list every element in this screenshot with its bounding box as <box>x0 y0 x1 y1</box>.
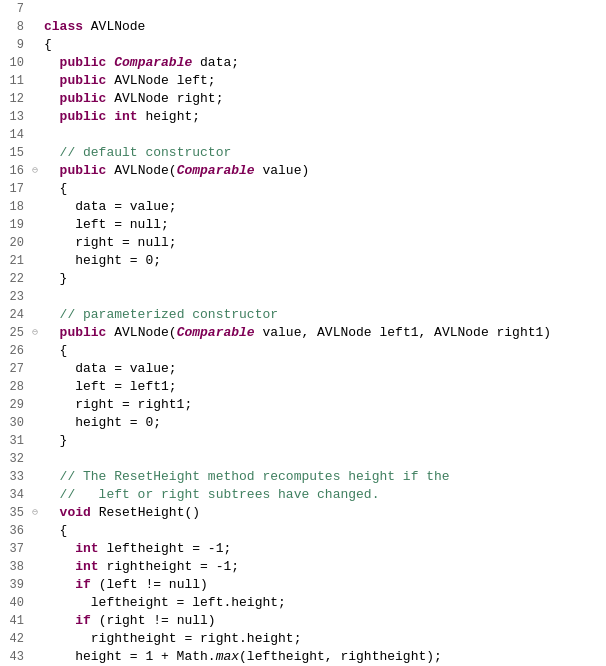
line-content: class AVLNode <box>42 18 606 36</box>
line-content: int leftheight = -1; <box>42 540 606 558</box>
line-content: // left or right subtrees have changed. <box>42 486 606 504</box>
line-number: 9 <box>0 36 28 54</box>
code-line: 13 public int height; <box>0 108 606 126</box>
line-content <box>42 288 606 306</box>
line-content: public AVLNode(Comparable value) <box>42 162 606 180</box>
line-number: 38 <box>0 558 28 576</box>
code-line: 40 leftheight = left.height; <box>0 594 606 612</box>
line-number: 19 <box>0 216 28 234</box>
line-number: 18 <box>0 198 28 216</box>
code-line: 11 public AVLNode left; <box>0 72 606 90</box>
line-content: left = left1; <box>42 378 606 396</box>
line-number: 34 <box>0 486 28 504</box>
code-line: 34 // left or right subtrees have change… <box>0 486 606 504</box>
code-token: Comparable <box>114 55 192 70</box>
line-content: height = 0; <box>42 252 606 270</box>
line-number: 8 <box>0 18 28 36</box>
line-number: 33 <box>0 468 28 486</box>
code-line: 22 } <box>0 270 606 288</box>
line-content: { <box>42 342 606 360</box>
code-line: 14 <box>0 126 606 144</box>
code-token: public <box>60 91 107 106</box>
code-token: Comparable <box>177 163 255 178</box>
code-token: public <box>60 55 107 70</box>
line-number: 21 <box>0 252 28 270</box>
code-token: // parameterized constructor <box>60 307 278 322</box>
code-line: 28 left = left1; <box>0 378 606 396</box>
code-line: 10 public Comparable data; <box>0 54 606 72</box>
line-number: 24 <box>0 306 28 324</box>
line-content: } <box>42 270 606 288</box>
code-token: int <box>75 541 98 556</box>
code-line: 21 height = 0; <box>0 252 606 270</box>
line-number: 20 <box>0 234 28 252</box>
line-content: public Comparable data; <box>42 54 606 72</box>
line-number: 39 <box>0 576 28 594</box>
line-content: if (right != null) <box>42 612 606 630</box>
line-number: 41 <box>0 612 28 630</box>
code-line: 27 data = value; <box>0 360 606 378</box>
code-line: 33 // The ResetHeight method recomputes … <box>0 468 606 486</box>
code-token: public <box>60 109 107 124</box>
line-content <box>42 450 606 468</box>
line-number: 30 <box>0 414 28 432</box>
code-token: public <box>60 73 107 88</box>
line-content: if (left != null) <box>42 576 606 594</box>
code-line: 18 data = value; <box>0 198 606 216</box>
line-number: 27 <box>0 360 28 378</box>
line-content: void ResetHeight() <box>42 504 606 522</box>
code-line: 39 if (left != null) <box>0 576 606 594</box>
code-line: 41 if (right != null) <box>0 612 606 630</box>
code-line: 42 rightheight = right.height; <box>0 630 606 648</box>
line-content: int rightheight = -1; <box>42 558 606 576</box>
fold-icon[interactable]: ⊖ <box>28 162 42 180</box>
line-content: { <box>42 36 606 54</box>
line-number: 25 <box>0 324 28 342</box>
line-content: public int height; <box>42 108 606 126</box>
line-number: 28 <box>0 378 28 396</box>
line-number: 35 <box>0 504 28 522</box>
code-line: 17 { <box>0 180 606 198</box>
code-token: int <box>75 559 98 574</box>
code-token: // default constructor <box>60 145 232 160</box>
code-line: 31 } <box>0 432 606 450</box>
line-number: 12 <box>0 90 28 108</box>
code-line: 43 height = 1 + Math.max(leftheight, rig… <box>0 648 606 666</box>
code-line: 24 // parameterized constructor <box>0 306 606 324</box>
code-token: Comparable <box>177 325 255 340</box>
code-token: AVLNode <box>91 19 146 34</box>
line-number: 26 <box>0 342 28 360</box>
line-content: rightheight = right.height; <box>42 630 606 648</box>
line-content: right = right1; <box>42 396 606 414</box>
line-content: public AVLNode(Comparable value, AVLNode… <box>42 324 606 342</box>
line-content: public AVLNode left; <box>42 72 606 90</box>
code-line: 8class AVLNode <box>0 18 606 36</box>
line-content <box>42 0 606 18</box>
line-content: // default constructor <box>42 144 606 162</box>
line-number: 40 <box>0 594 28 612</box>
line-number: 43 <box>0 648 28 666</box>
fold-icon[interactable]: ⊖ <box>28 324 42 342</box>
code-line: 30 height = 0; <box>0 414 606 432</box>
code-line: 29 right = right1; <box>0 396 606 414</box>
fold-icon[interactable]: ⊖ <box>28 504 42 522</box>
code-line: 16⊖ public AVLNode(Comparable value) <box>0 162 606 180</box>
code-token: if <box>75 613 91 628</box>
code-line: 37 int leftheight = -1; <box>0 540 606 558</box>
line-content: { <box>42 180 606 198</box>
line-number: 7 <box>0 0 28 18</box>
line-number: 42 <box>0 630 28 648</box>
code-line: 15 // default constructor <box>0 144 606 162</box>
code-line: 35⊖ void ResetHeight() <box>0 504 606 522</box>
line-number: 23 <box>0 288 28 306</box>
code-token: int <box>114 109 137 124</box>
code-line: 9{ <box>0 36 606 54</box>
line-content: { <box>42 522 606 540</box>
code-editor: 7 8class AVLNode9{10 public Comparable d… <box>0 0 606 666</box>
code-token: class <box>44 19 91 34</box>
line-content: height = 0; <box>42 414 606 432</box>
line-number: 17 <box>0 180 28 198</box>
line-number: 37 <box>0 540 28 558</box>
code-token: // left or right subtrees have changed. <box>60 487 380 502</box>
code-line: 25⊖ public AVLNode(Comparable value, AVL… <box>0 324 606 342</box>
